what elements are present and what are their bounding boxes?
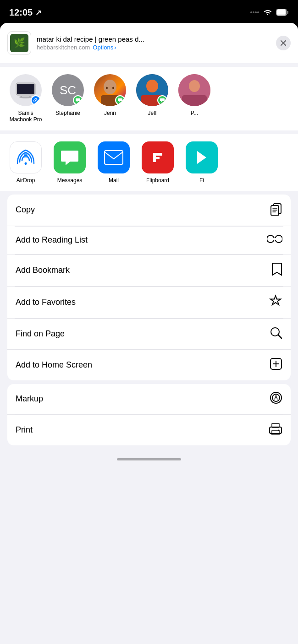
markup-icon <box>270 391 282 407</box>
options-link[interactable]: Options › <box>93 44 116 51</box>
action-label-find-on-page: Find on Page <box>16 329 65 339</box>
contacts-scroll: Sam'sMacbook Pro SC Stephanie <box>7 74 298 123</box>
svg-rect-5 <box>287 11 288 14</box>
contact-partial[interactable]: P... <box>176 74 213 123</box>
app-fi[interactable]: Fi <box>183 141 220 184</box>
status-time: 12:05 ↗ <box>9 7 41 18</box>
apps-scroll: AirDrop Messages Mail <box>7 141 298 184</box>
svg-point-29 <box>25 162 27 164</box>
copy-icon <box>270 202 282 218</box>
action-label-markup: Markup <box>16 394 43 404</box>
favorites-icon <box>269 294 282 311</box>
flipboard-icon <box>142 141 174 173</box>
svg-rect-54 <box>272 430 279 435</box>
action-markup[interactable]: Markup <box>7 384 291 415</box>
battery-icon <box>276 9 289 16</box>
app-name-messages: Messages <box>57 177 83 184</box>
app-airdrop[interactable]: AirDrop <box>7 141 44 184</box>
avatar-partial <box>178 74 210 106</box>
site-favicon: 🌿 <box>7 31 31 55</box>
actions-group-1: Copy Add to Reading List <box>7 195 291 380</box>
action-bookmark[interactable]: Add Bookmark <box>7 255 291 287</box>
wifi-icon <box>263 9 272 16</box>
svg-point-3 <box>257 11 259 13</box>
svg-point-2 <box>255 11 257 13</box>
svg-marker-36 <box>197 151 206 164</box>
url-section: 🌿 matar ki dal recipe | green peas d... … <box>0 23 298 63</box>
url-row: hebbarskitchen.com Options › <box>37 44 270 51</box>
app-messages[interactable]: Messages <box>51 141 88 184</box>
share-sheet: 🌿 matar ki dal recipe | green peas d... … <box>0 23 298 644</box>
messages-icon <box>54 141 86 173</box>
svg-point-15 <box>35 100 37 102</box>
svg-rect-38 <box>271 206 279 216</box>
signal-icon <box>250 9 259 16</box>
app-name-airdrop: AirDrop <box>17 177 35 184</box>
svg-rect-31 <box>105 151 123 164</box>
app-name-fi: Fi <box>199 177 204 184</box>
airdrop-badge <box>31 95 41 105</box>
app-mail[interactable]: Mail <box>95 141 132 184</box>
svg-point-27 <box>189 80 200 92</box>
avatar-jenn <box>94 74 126 106</box>
svg-rect-6 <box>277 10 286 15</box>
status-bar: 12:05 ↗ <box>0 0 298 23</box>
reading-list-icon <box>267 234 282 247</box>
action-home-screen[interactable]: Add to Home Screen <box>7 350 291 380</box>
app-flipboard[interactable]: Flipboard <box>139 141 176 184</box>
contact-name-partial: P... <box>191 110 198 116</box>
svg-point-30 <box>24 153 28 157</box>
action-print[interactable]: Print <box>7 415 291 445</box>
options-label: Options <box>93 44 113 51</box>
avatar-jeff <box>136 74 168 106</box>
action-copy[interactable]: Copy <box>7 195 291 226</box>
url-info: matar ki dal recipe | green peas d... he… <box>37 35 270 51</box>
home-indicator <box>0 453 298 464</box>
location-icon: ↗ <box>35 8 41 17</box>
contact-macbook[interactable]: Sam'sMacbook Pro <box>7 74 44 123</box>
contact-name-jeff: Jeff <box>148 110 156 116</box>
svg-point-56 <box>278 429 280 431</box>
print-icon <box>269 422 282 438</box>
contact-name-macbook: Sam'sMacbook Pro <box>10 110 42 123</box>
svg-text:🌿: 🌿 <box>14 37 25 48</box>
action-label-bookmark: Add Bookmark <box>16 265 70 275</box>
url-domain: hebbarskitchen.com <box>37 44 90 51</box>
mail-icon <box>98 141 130 173</box>
avatar-stephanie: SC <box>52 74 84 106</box>
app-name-flipboard: Flipboard <box>146 177 169 184</box>
contact-name-jenn: Jenn <box>104 110 116 116</box>
search-icon <box>270 326 282 342</box>
svg-point-17 <box>104 80 116 94</box>
app-name-mail: Mail <box>109 177 119 184</box>
message-badge-stephanie <box>73 95 83 105</box>
svg-point-23 <box>146 80 158 92</box>
svg-rect-12 <box>17 84 34 94</box>
action-label-print: Print <box>16 425 33 435</box>
action-find-on-page[interactable]: Find on Page <box>7 319 291 350</box>
action-label-home-screen: Add to Home Screen <box>16 360 92 370</box>
actions-group-2: Markup Print <box>7 384 291 445</box>
bookmark-icon <box>271 262 282 279</box>
contact-jeff[interactable]: Jeff <box>134 74 171 123</box>
close-icon <box>281 40 286 46</box>
chevron-right-icon: › <box>114 44 116 51</box>
action-label-reading-list: Add to Reading List <box>16 235 88 245</box>
time-display: 12:05 <box>9 7 33 18</box>
home-bar <box>117 458 181 460</box>
message-badge-jeff <box>157 95 167 105</box>
svg-point-20 <box>112 87 114 89</box>
svg-point-1 <box>253 11 254 13</box>
action-favorites[interactable]: Add to Favorites <box>7 287 291 319</box>
contact-stephanie[interactable]: SC Stephanie <box>50 74 86 123</box>
svg-point-0 <box>250 11 252 13</box>
svg-line-46 <box>278 335 282 338</box>
close-button[interactable] <box>276 36 291 50</box>
apps-section: AirDrop Messages Mail <box>0 134 298 191</box>
fi-icon <box>186 141 218 173</box>
svg-rect-14 <box>22 96 29 97</box>
contact-jenn[interactable]: Jenn <box>92 74 128 123</box>
airdrop-icon <box>10 141 42 173</box>
action-reading-list[interactable]: Add to Reading List <box>7 227 291 254</box>
action-label-copy: Copy <box>16 205 35 215</box>
